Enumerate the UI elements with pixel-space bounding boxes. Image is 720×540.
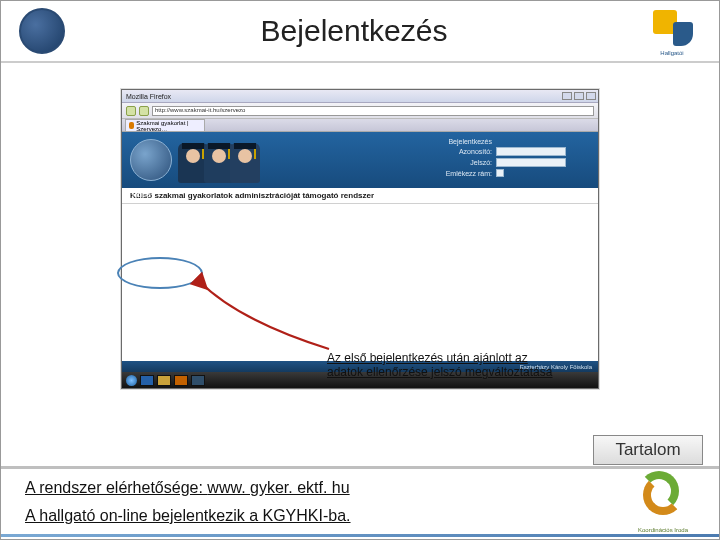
availability-prefix: A rendszer elérhetősége:	[25, 479, 207, 496]
favicon-icon	[129, 122, 134, 129]
institution-logo	[19, 8, 65, 54]
username-label: Azonosító:	[436, 148, 492, 155]
site-banner: Bejelentkezés Azonosító: Jelszó: Emlékez…	[122, 132, 598, 188]
close-button[interactable]	[586, 92, 596, 100]
embedded-screenshot: Mozilla Firefox http://www.szakmai-it.hu…	[121, 89, 599, 389]
browser-window: Mozilla Firefox http://www.szakmai-it.hu…	[121, 89, 599, 389]
password-input[interactable]	[496, 158, 566, 167]
address-bar[interactable]: http://www.szakmai-it.hu/szervezo	[152, 106, 594, 116]
taskbar-firefox-icon[interactable]	[174, 375, 188, 386]
contents-button[interactable]: Tartalom	[593, 435, 703, 465]
back-button[interactable]	[126, 106, 136, 116]
login-panel: Bejelentkezés Azonosító: Jelszó: Emlékez…	[436, 138, 586, 179]
availability-line: A rendszer elérhetősége: www. gyker. ekt…	[25, 479, 591, 497]
page-subtitle: Külső szakmai gyakorlatok adminisztráció…	[122, 188, 598, 204]
browser-tabs: Szakmai gyakorlat | Szervezo…	[122, 119, 598, 132]
remember-label: Emlékezz rám:	[436, 170, 492, 177]
window-title: Mozilla Firefox	[126, 93, 171, 100]
browser-tab[interactable]: Szakmai gyakorlat | Szervezo…	[125, 119, 205, 131]
taskbar-app-icon[interactable]	[191, 375, 205, 386]
annotation-caption: Az első bejelentkezés után ajánlott az a…	[327, 351, 563, 380]
coordination-logo: Koordinációs Iroda	[623, 467, 703, 531]
hallgatoi-logo: Hallgatói	[643, 6, 701, 56]
remember-checkbox[interactable]	[496, 169, 504, 177]
username-input[interactable]	[496, 147, 566, 156]
maximize-button[interactable]	[574, 92, 584, 100]
footer-accent-bar	[1, 534, 719, 537]
tab-label: Szakmai gyakorlat | Szervezo…	[136, 120, 201, 132]
slide-header: Bejelentkezés Hallgatói	[1, 1, 719, 63]
forward-button[interactable]	[139, 106, 149, 116]
start-button[interactable]	[126, 375, 137, 386]
home-link[interactable]: Home	[132, 191, 151, 198]
banner-graphic	[178, 135, 298, 185]
login-header: Bejelentkezés	[436, 138, 492, 145]
minimize-button[interactable]	[562, 92, 572, 100]
callout-oval	[117, 257, 203, 289]
slide-bottom: Tartalom A rendszer elérhetősége: www. g…	[1, 466, 719, 539]
site-logo	[130, 139, 172, 181]
browser-toolbar: http://www.szakmai-it.hu/szervezo	[122, 103, 598, 119]
taskbar-ie-icon[interactable]	[140, 375, 154, 386]
taskbar-folder-icon[interactable]	[157, 375, 171, 386]
slide-title: Bejelentkezés	[65, 14, 643, 48]
instruction-line: A hallgató on-line bejelentkezik a KGYHK…	[25, 507, 591, 525]
system-url-link[interactable]: www. gyker. ektf. hu	[207, 479, 349, 496]
password-label: Jelszó:	[436, 159, 492, 166]
browser-titlebar: Mozilla Firefox	[122, 90, 598, 103]
